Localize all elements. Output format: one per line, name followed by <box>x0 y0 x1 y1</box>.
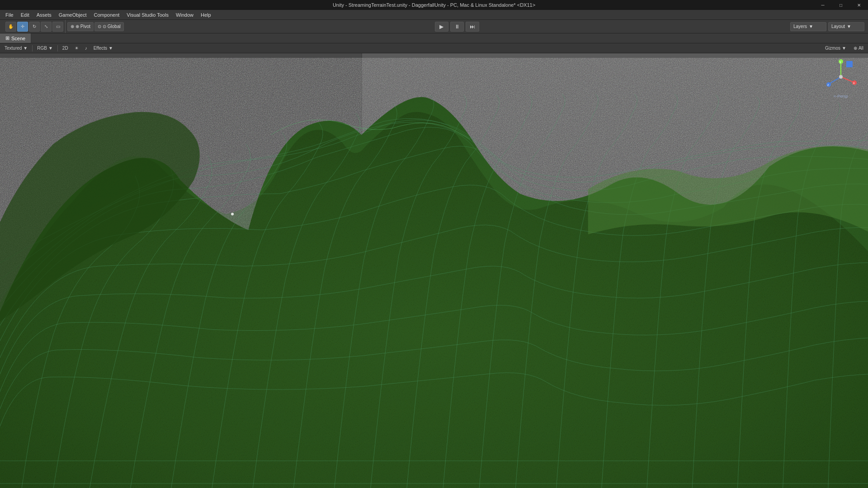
audio-icon: ♪ <box>85 46 87 51</box>
dimension-label: 2D <box>62 46 68 51</box>
main-area: ⊞ Scene Textured ▼ RGB ▼ 2D ☀ ♪ <box>0 33 868 488</box>
transform-tools-group: ✋ ✛ ↻ ⤡ ▭ <box>4 20 66 33</box>
window-title: Unity - StreamingTerrainTest.unity - Dag… <box>333 2 535 8</box>
menu-item-assets[interactable]: Assets <box>33 11 55 19</box>
step-button[interactable]: ⏭ <box>466 22 479 32</box>
maximize-button[interactable]: □ <box>832 0 850 10</box>
effects-arrow: ▼ <box>108 46 113 51</box>
scene-viewport[interactable]: y x z <-Persp <box>0 53 868 488</box>
scene-toolbar-right: Gizmos ▼ ⊕ All <box>823 45 865 51</box>
window-controls: ─ □ ✕ <box>814 0 868 10</box>
pause-button[interactable]: ⏸ <box>450 22 464 32</box>
menu-item-component[interactable]: Component <box>90 11 123 19</box>
svg-text:z: z <box>827 83 829 86</box>
rect-tool-button[interactable]: ▭ <box>52 22 63 32</box>
global-button[interactable]: ⊙ ⊙ Global <box>94 22 124 31</box>
layers-label: Layers <box>793 24 807 29</box>
shading-mode-label: Textured <box>5 46 22 51</box>
effects-label: Effects <box>94 46 107 51</box>
hand-tool-button[interactable]: ✋ <box>5 22 16 32</box>
pivot-global-group: ⊕ ⊕ Pivot ⊙ ⊙ Global <box>67 22 124 31</box>
svg-line-10 <box>830 77 841 84</box>
scene-tab-bar: ⊞ Scene <box>0 33 868 43</box>
color-mode-label: RGB <box>37 46 47 51</box>
audio-toggle[interactable]: ♪ <box>83 45 89 51</box>
rotate-tool-button[interactable]: ↻ <box>29 22 40 32</box>
svg-point-3 <box>231 213 234 216</box>
sun-icon: ☀ <box>75 46 79 51</box>
scene-tab[interactable]: ⊞ Scene <box>0 33 31 43</box>
menu-item-help[interactable]: Help <box>197 11 215 19</box>
move-tool-button[interactable]: ✛ <box>17 22 28 32</box>
pivot-icon: ⊕ <box>71 24 74 29</box>
menu-item-gameobject[interactable]: GameObject <box>55 11 90 19</box>
layout-dropdown[interactable]: Layout ▼ <box>828 22 864 31</box>
global-label: ⊙ Global <box>103 24 121 29</box>
toolbar: ✋ ✛ ↻ ⤡ ▭ ⊕ ⊕ Pivot ⊙ ⊙ Global ▶ ⏸ ⏭ Lay… <box>0 20 868 33</box>
playmode-controls: ▶ ⏸ ⏭ <box>126 22 788 32</box>
scale-tool-button[interactable]: ⤡ <box>41 22 52 32</box>
color-mode-dropdown[interactable]: RGB ▼ <box>35 45 55 51</box>
layout-arrow-icon: ▼ <box>847 24 851 29</box>
layers-filter-label: All <box>859 46 863 51</box>
scene-lighting-button[interactable]: ☀ <box>73 45 80 51</box>
layers-filter-dropdown[interactable]: ⊕ All <box>852 45 865 51</box>
shading-mode-dropdown[interactable]: Textured ▼ <box>3 45 29 51</box>
effects-dropdown[interactable]: Effects ▼ <box>92 45 115 51</box>
global-icon: ⊙ <box>98 24 101 29</box>
svg-line-7 <box>841 77 854 82</box>
separator-1 <box>32 45 33 52</box>
svg-rect-14 <box>846 61 853 67</box>
dimension-toggle[interactable]: 2D <box>61 45 70 51</box>
layers-filter-icon: ⊕ <box>854 46 857 51</box>
scene-toolbar: Textured ▼ RGB ▼ 2D ☀ ♪ Effects ▼ <box>0 43 868 53</box>
menu-item-window[interactable]: Window <box>172 11 197 19</box>
svg-text:x: x <box>853 81 855 84</box>
scene-tab-label: Scene <box>11 36 25 41</box>
orientation-gizmo-svg: y x z <box>823 59 859 95</box>
separator-2 <box>57 45 58 52</box>
color-mode-arrow: ▼ <box>48 46 53 51</box>
svg-text:y: y <box>840 60 841 64</box>
layers-arrow-icon: ▼ <box>809 24 813 29</box>
gizmos-arrow: ▼ <box>842 46 846 51</box>
menu-bar: FileEditAssetsGameObjectComponentVisual … <box>0 10 868 20</box>
shading-mode-arrow: ▼ <box>23 46 28 51</box>
gizmos-dropdown[interactable]: Gizmos ▼ <box>823 45 848 51</box>
terrain-view <box>0 53 868 488</box>
gizmos-label: Gizmos <box>825 46 840 51</box>
toolbar-right: Layers ▼ Layout ▼ <box>790 22 864 31</box>
close-button[interactable]: ✕ <box>850 0 868 10</box>
menu-item-edit[interactable]: Edit <box>17 11 33 19</box>
layers-dropdown[interactable]: Layers ▼ <box>790 22 826 31</box>
menu-item-file[interactable]: File <box>2 11 17 19</box>
orientation-gizmo[interactable]: y x z <-Persp <box>823 59 859 95</box>
minimize-button[interactable]: ─ <box>814 0 832 10</box>
svg-point-13 <box>839 75 843 79</box>
layout-label: Layout <box>831 24 845 29</box>
scene-area: ⊞ Scene Textured ▼ RGB ▼ 2D ☀ ♪ <box>0 33 868 488</box>
title-bar: Unity - StreamingTerrainTest.unity - Dag… <box>0 0 868 10</box>
scene-tab-icon: ⊞ <box>5 35 9 41</box>
play-button[interactable]: ▶ <box>435 22 448 32</box>
menu-item-visual studio tools[interactable]: Visual Studio Tools <box>123 11 172 19</box>
pivot-label: ⊕ Pivot <box>75 24 90 29</box>
pivot-button[interactable]: ⊕ ⊕ Pivot <box>67 22 94 31</box>
